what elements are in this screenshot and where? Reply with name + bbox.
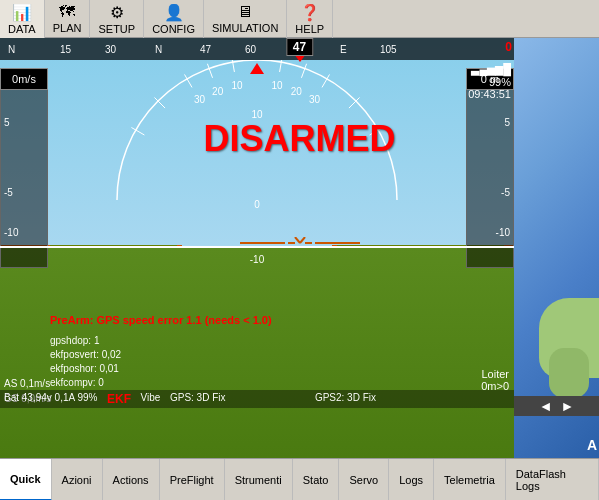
speed-tape: 10 5 -5 -10 (0, 68, 48, 268)
plan-label: PLAN (53, 22, 82, 34)
loiter-mode: Loiter 0m>0 (481, 368, 509, 392)
help-label: HELP (295, 23, 324, 35)
tab-stato[interactable]: Stato (293, 459, 340, 501)
simulation-label: SIMULATION (212, 22, 278, 34)
vibe-label: Vibe (141, 392, 161, 406)
alt-tick-5: 5 (504, 117, 510, 128)
disarmed-text: DISARMED (203, 118, 395, 160)
hud-container: A N1530N476075E105 47 0 10 5 -5 -10 0m/s… (0, 38, 599, 458)
prearm-error: PreArm: GPS speed error 1.1 (needs < 1.0… (50, 314, 272, 326)
compass-tick-7: E (340, 44, 347, 55)
tab-quick[interactable]: Quick (0, 459, 52, 501)
top-right-info: ▃▄▅▆█ 99% 09:43:51 (468, 63, 511, 100)
gps2-label: GPS2: 3D Fix (315, 392, 376, 406)
menu-bar: 📊DATA🗺PLAN⚙SETUP👤CONFIG🖥SIMULATION❓HELP (0, 0, 599, 38)
scroll-arrows: ◄ ► (514, 396, 599, 416)
tab-dataflash[interactable]: DataFlash Logs (506, 459, 599, 501)
data-label: DATA (8, 23, 36, 35)
tab-preflight[interactable]: PreFlight (160, 459, 225, 501)
scroll-left-arrow[interactable]: ◄ (539, 398, 553, 414)
tab-telemetria[interactable]: Telemetria (434, 459, 506, 501)
help-icon: ❓ (300, 3, 320, 22)
telem-ekfcompv: ekfcompv: 0 (50, 376, 121, 390)
plan-icon: 🗺 (59, 3, 75, 21)
signal-pct: 99% (468, 76, 511, 88)
compass-tick-2: 30 (105, 44, 116, 55)
map-panel[interactable]: A (514, 38, 599, 458)
menu-item-plan[interactable]: 🗺PLAN (45, 0, 91, 38)
setup-icon: ⚙ (110, 3, 124, 22)
svg-line-1 (295, 237, 300, 243)
signal-bars: ▃▄▅▆█ (468, 63, 511, 76)
telem-info: gpshdop: 1 ekfposvert: 0,02 ekfposhor: 0… (50, 334, 121, 390)
map-letter-a: A (587, 437, 597, 453)
tab-actions[interactable]: Actions (103, 459, 160, 501)
alt-tick-neg10: -10 (496, 227, 510, 238)
tab-strumenti[interactable]: Strumenti (225, 459, 293, 501)
speed-box: 0m/s (0, 68, 48, 90)
setup-label: SETUP (98, 23, 135, 35)
map-land-mass-2 (549, 348, 589, 398)
tab-logs[interactable]: Logs (389, 459, 434, 501)
heading-box: 47 (286, 38, 313, 56)
speed-tick-neg10: -10 (4, 227, 18, 238)
compass-tick-3: N (155, 44, 162, 55)
speed-tick-neg5: -5 (4, 187, 13, 198)
as-label: AS 0,1m/s (4, 378, 50, 389)
config-label: CONFIG (152, 23, 195, 35)
tab-azioni[interactable]: Azioni (52, 459, 103, 501)
menu-item-config[interactable]: 👤CONFIG (144, 0, 204, 38)
menu-item-help[interactable]: ❓HELP (287, 0, 333, 38)
alt-tick-neg5: -5 (501, 187, 510, 198)
compass-tick-8: 105 (380, 44, 397, 55)
telem-ekfposhor: ekfposhor: 0,01 (50, 362, 121, 376)
telem-gpshdop: gpshdop: 1 (50, 334, 121, 348)
menu-item-data[interactable]: 📊DATA (0, 0, 45, 38)
simulation-icon: 🖥 (237, 3, 253, 21)
tab-servo[interactable]: Servo (339, 459, 389, 501)
time-display: 09:43:51 (468, 88, 511, 100)
telem-ekfposvert: ekfposvert: 0,02 (50, 348, 121, 362)
compass-tick-0: N (8, 44, 15, 55)
tab-bar: QuickAzioniActionsPreFlightStrumentiStat… (0, 458, 599, 500)
config-icon: 👤 (164, 3, 184, 22)
compass-tick-5: 60 (245, 44, 256, 55)
compass-tick-4: 47 (200, 44, 211, 55)
compass-bar: N1530N476075E105 (0, 38, 514, 60)
gps-label: GPS: 3D Fix (170, 392, 226, 406)
battery-info: Bat 43,94v 0,1A 99% (4, 392, 97, 406)
menu-item-simulation[interactable]: 🖥SIMULATION (204, 0, 287, 38)
compass-tick-1: 15 (60, 44, 71, 55)
compass-zero-red: 0 (505, 40, 512, 54)
data-icon: 📊 (12, 3, 32, 22)
loiter-label: Loiter (481, 368, 509, 380)
scroll-right-arrow[interactable]: ► (561, 398, 575, 414)
bottom-status-bar: Bat 43,94v 0,1A 99% EKF Vibe GPS: 3D Fix… (0, 390, 514, 408)
menu-item-setup[interactable]: ⚙SETUP (90, 0, 144, 38)
aircraft-wings (240, 235, 360, 247)
ekf-badge: EKF (107, 392, 131, 406)
speed-tick-5: 5 (4, 117, 10, 128)
svg-line-2 (300, 237, 305, 243)
